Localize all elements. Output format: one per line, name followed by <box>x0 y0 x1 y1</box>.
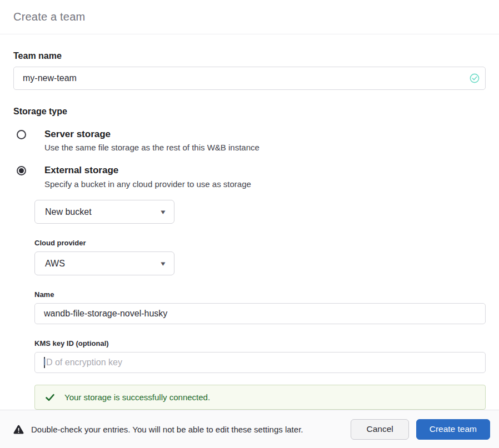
check-circle-icon <box>470 73 480 83</box>
bucket-name-input[interactable] <box>44 309 476 319</box>
kms-key-label: KMS key ID (optional) <box>34 339 486 348</box>
bucket-name-field[interactable] <box>34 303 486 324</box>
storage-option-external[interactable]: External storage Specify a bucket in any… <box>13 165 486 189</box>
modal-body: Team name Storage type Server storage Us… <box>0 51 499 410</box>
footer-buttons: Cancel Create team <box>351 419 490 440</box>
bucket-select-value: New bucket <box>45 207 92 217</box>
storage-type-label: Storage type <box>13 107 486 117</box>
chevron-down-icon: ▾ <box>161 208 166 215</box>
kms-key-field[interactable]: ID of encryption key <box>34 352 486 373</box>
footer-warning: Double-check your entries. You will not … <box>9 425 351 434</box>
cloud-provider-select[interactable]: AWS ▾ <box>34 251 174 275</box>
cancel-button[interactable]: Cancel <box>351 419 408 440</box>
create-team-modal: Create a team Team name Storage type Ser… <box>0 0 499 448</box>
external-storage-title: External storage <box>44 165 251 176</box>
cloud-provider-label: Cloud provider <box>34 239 486 247</box>
chevron-down-icon: ▾ <box>161 260 166 267</box>
footer-warning-text: Double-check your entries. You will not … <box>31 425 303 434</box>
external-storage-form: New bucket ▾ Cloud provider AWS ▾ Name K… <box>34 200 486 373</box>
server-storage-title: Server storage <box>44 129 260 140</box>
team-name-label: Team name <box>13 51 486 61</box>
page-title: Create a team <box>13 11 85 23</box>
create-team-button[interactable]: Create team <box>416 419 490 440</box>
modal-footer: Double-check your entries. You will not … <box>0 410 499 448</box>
success-message: Your storage is successfully connected. <box>64 392 210 402</box>
server-storage-radio[interactable] <box>17 130 26 139</box>
warning-triangle-icon <box>13 425 24 434</box>
modal-header: Create a team <box>0 0 499 34</box>
team-name-input[interactable] <box>23 73 463 83</box>
storage-success-banner: Your storage is successfully connected. <box>34 385 486 410</box>
bucket-select[interactable]: New bucket ▾ <box>34 200 174 224</box>
bucket-name-label: Name <box>34 290 486 299</box>
external-storage-radio[interactable] <box>17 166 26 175</box>
external-storage-description: Specify a bucket in any cloud provider t… <box>44 179 251 190</box>
success-check-icon <box>45 392 55 402</box>
server-storage-description: Use the same file storage as the rest of… <box>44 143 260 153</box>
team-name-field[interactable] <box>13 67 486 90</box>
storage-option-server[interactable]: Server storage Use the same file storage… <box>13 129 486 153</box>
cloud-provider-value: AWS <box>45 259 65 269</box>
kms-key-placeholder: ID of encryption key <box>44 358 122 368</box>
